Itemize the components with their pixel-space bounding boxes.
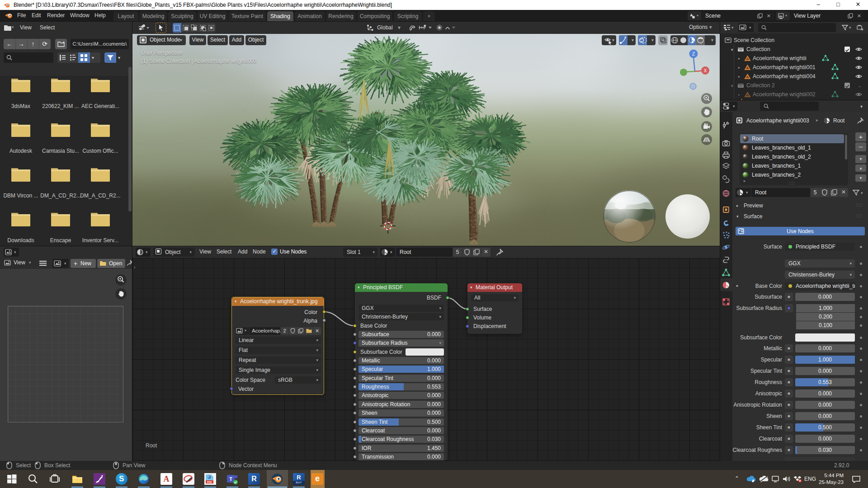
svg-text:PDF: PDF: [207, 481, 212, 483]
svg-text:T: T: [229, 476, 232, 482]
svg-text:X: X: [704, 68, 707, 73]
svg-text:Z: Z: [692, 52, 695, 56]
